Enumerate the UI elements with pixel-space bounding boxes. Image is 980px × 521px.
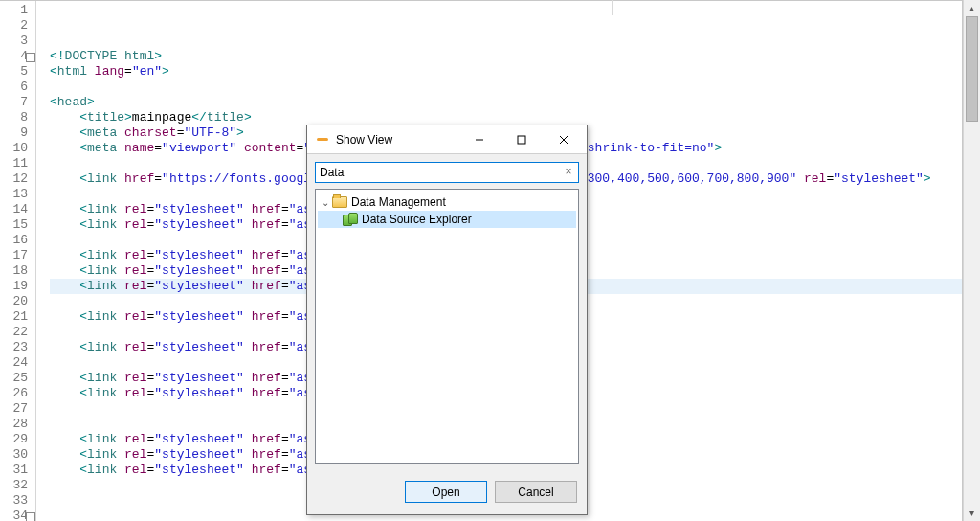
line-number[interactable]: 2: [0, 18, 28, 34]
line-number[interactable]: 31: [0, 463, 28, 478]
line-number[interactable]: 25: [0, 371, 28, 386]
close-button[interactable]: [543, 125, 585, 153]
show-view-dialog: Show View × ⌄ Data Management Data Sourc…: [306, 125, 588, 515]
dialog-title: Show View: [336, 133, 392, 147]
folder-icon: [332, 196, 347, 208]
tree-item-data-source-explorer[interactable]: Data Source Explorer: [318, 211, 576, 228]
line-number[interactable]: 22: [0, 325, 28, 340]
line-number[interactable]: 28: [0, 417, 28, 432]
line-number[interactable]: 32: [0, 478, 28, 493]
maximize-icon: [517, 135, 526, 145]
line-number[interactable]: 13: [0, 187, 28, 202]
code-line[interactable]: <title>mainpage</title>: [50, 110, 962, 125]
line-number[interactable]: 5: [0, 64, 28, 79]
maximize-button[interactable]: [501, 125, 543, 153]
line-number[interactable]: 34: [0, 509, 28, 521]
tree-item-label: Data Management: [351, 195, 446, 209]
minimize-button[interactable]: [458, 125, 501, 153]
line-gutter[interactable]: 1234567891011121314151617181920212223242…: [0, 1, 36, 521]
line-number[interactable]: 18: [0, 263, 28, 279]
code-line[interactable]: <html lang="en">: [50, 64, 962, 79]
eclipse-icon: [315, 132, 330, 147]
open-button[interactable]: Open: [405, 481, 487, 503]
line-number[interactable]: 19: [0, 279, 28, 294]
clear-filter-icon[interactable]: ×: [562, 165, 575, 178]
cancel-button[interactable]: Cancel: [495, 481, 577, 503]
tree-item-label: Data Source Explorer: [362, 213, 472, 226]
code-line[interactable]: [50, 79, 962, 95]
print-margin-ruler: [612, 0, 613, 15]
line-number[interactable]: 14: [0, 202, 28, 217]
data-source-explorer-icon: [343, 213, 358, 226]
line-number[interactable]: 33: [0, 493, 28, 509]
line-number[interactable]: 4: [0, 49, 28, 64]
line-number[interactable]: 15: [0, 217, 28, 233]
line-number[interactable]: 11: [0, 156, 28, 171]
line-number[interactable]: 7: [0, 95, 28, 110]
filter-field-wrap: ×: [315, 162, 579, 183]
line-number[interactable]: 12: [0, 171, 28, 187]
vertical-scrollbar[interactable]: ▴ ▾: [963, 0, 980, 521]
line-number[interactable]: 23: [0, 340, 28, 355]
line-number[interactable]: 24: [0, 355, 28, 371]
line-number[interactable]: 27: [0, 401, 28, 417]
dialog-button-bar: Open Cancel: [307, 471, 587, 514]
dialog-titlebar[interactable]: Show View: [307, 125, 587, 154]
line-number[interactable]: 8: [0, 110, 28, 125]
svg-rect-1: [518, 136, 525, 144]
filter-input[interactable]: [315, 162, 579, 183]
scroll-track[interactable]: [966, 16, 978, 505]
line-number[interactable]: 16: [0, 233, 28, 248]
scroll-up-icon[interactable]: ▴: [964, 0, 980, 16]
minimize-icon: [475, 135, 484, 145]
line-number[interactable]: 30: [0, 447, 28, 463]
line-number[interactable]: 17: [0, 248, 28, 263]
line-number[interactable]: 10: [0, 141, 28, 156]
line-number[interactable]: 9: [0, 125, 28, 141]
view-tree[interactable]: ⌄ Data Management Data Source Explorer: [315, 189, 579, 464]
tree-item-data-management[interactable]: ⌄ Data Management: [318, 193, 576, 211]
scroll-thumb[interactable]: [966, 16, 978, 122]
line-number[interactable]: 20: [0, 294, 28, 309]
code-line[interactable]: <!DOCTYPE html>: [50, 49, 962, 64]
line-number[interactable]: 3: [0, 34, 28, 49]
line-number[interactable]: 1: [0, 3, 28, 18]
chevron-down-icon[interactable]: ⌄: [320, 197, 331, 208]
line-number[interactable]: 29: [0, 432, 28, 447]
scroll-down-icon[interactable]: ▾: [964, 505, 980, 521]
line-number[interactable]: 6: [0, 79, 28, 95]
close-icon: [559, 135, 568, 145]
line-number[interactable]: 26: [0, 386, 28, 401]
line-number[interactable]: 21: [0, 309, 28, 325]
code-line[interactable]: <head>: [50, 95, 962, 110]
